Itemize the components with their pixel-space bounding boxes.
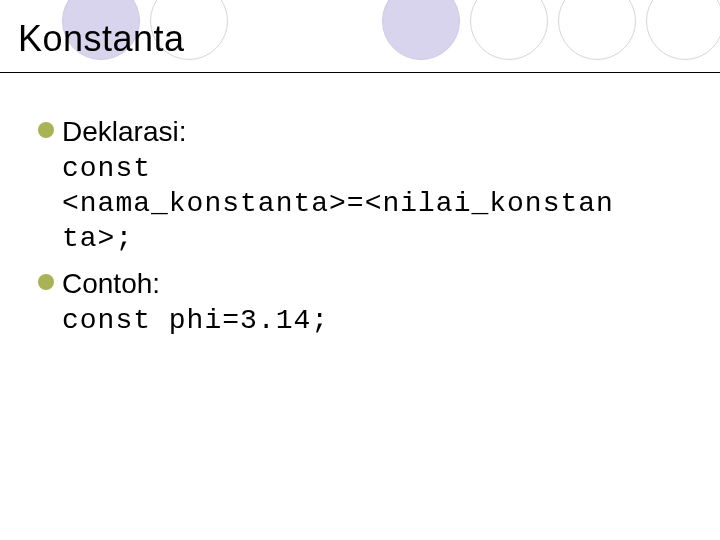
decor-circle [382,0,460,60]
bullet-item: Contoh: [38,266,678,301]
bullet-label: Contoh: [62,266,160,301]
slide-title: Konstanta [18,18,185,60]
slide-body: Deklarasi: const <nama_konstanta>=<nilai… [38,110,678,338]
decor-circle [646,0,720,60]
bullet-icon [38,274,54,290]
bullet-label: Deklarasi: [62,114,186,149]
decor-circle [558,0,636,60]
code-snippet: const phi=3.14; [62,303,678,338]
decor-circle [470,0,548,60]
bullet-icon [38,122,54,138]
bullet-item: Deklarasi: [38,114,678,149]
title-underline [0,72,720,73]
code-snippet: const <nama_konstanta>=<nilai_konstan ta… [62,151,678,256]
